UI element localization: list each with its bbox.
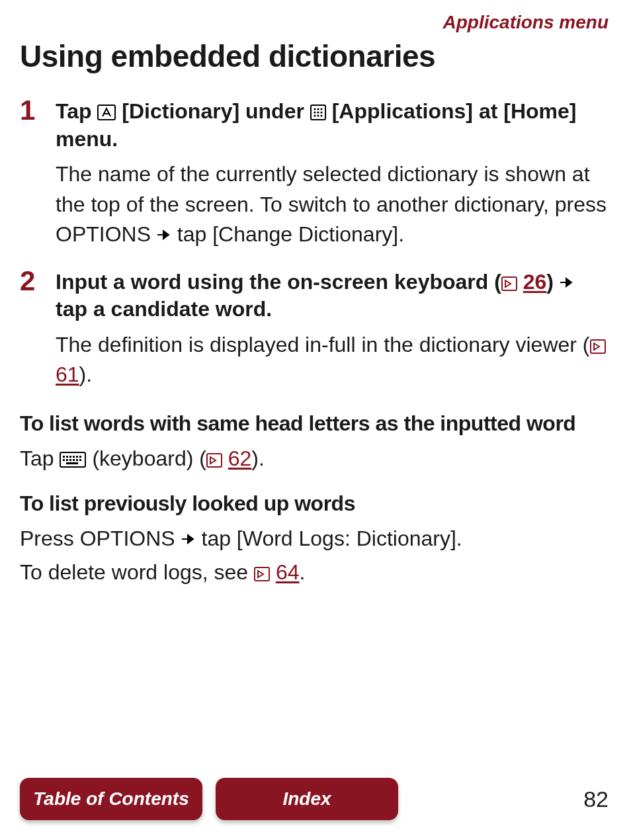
svg-rect-24	[76, 459, 78, 461]
keyboard-icon	[60, 452, 86, 468]
arrow-right-icon	[157, 229, 171, 241]
svg-rect-22	[69, 459, 71, 461]
svg-point-8	[314, 114, 316, 116]
text: [Dictionary] under	[116, 99, 310, 123]
svg-rect-18	[76, 456, 78, 458]
step-1-body: The name of the currently selected dicti…	[56, 159, 611, 249]
text: The definition is displayed in-full in t…	[56, 333, 590, 357]
page-ref-icon	[254, 567, 270, 581]
step-2-heading: Input a word using the on-screen keyboar…	[56, 269, 611, 323]
svg-rect-21	[66, 459, 68, 461]
svg-point-5	[314, 111, 316, 113]
manual-page: Applications menu Using embedded diction…	[0, 0, 631, 840]
page-ref-26-link[interactable]: 26	[523, 270, 547, 294]
dictionary-icon	[97, 105, 116, 120]
step-1: 1 Tap [Dictionary] under [Applications] …	[20, 98, 611, 262]
sub2-line2: To delete word logs, see 64.	[20, 558, 611, 587]
applications-icon	[310, 105, 326, 120]
svg-rect-15	[66, 456, 68, 458]
svg-rect-28	[255, 567, 269, 581]
svg-point-2	[314, 108, 316, 110]
step-1-heading: Tap [Dictionary] under [Applications] at…	[56, 98, 611, 153]
arrow-right-icon	[560, 276, 574, 288]
svg-point-9	[317, 114, 319, 116]
sub1-body: Tap (keyboard) ( 62).	[20, 444, 611, 474]
text: Input a word using the on-screen keyboar…	[56, 270, 501, 294]
page-title: Using embedded dictionaries	[20, 38, 611, 74]
step-2: 2 Input a word using the on-screen keybo…	[20, 269, 611, 402]
svg-rect-20	[63, 459, 65, 461]
text: To delete word logs, see	[20, 560, 254, 584]
index-button[interactable]: Index	[216, 778, 398, 820]
text: (keyboard) (	[86, 446, 206, 470]
svg-rect-19	[79, 456, 81, 458]
svg-point-10	[320, 114, 322, 116]
step-2-body: The definition is displayed in-full in t…	[56, 330, 611, 390]
svg-rect-16	[69, 456, 71, 458]
page-ref-icon	[206, 453, 222, 468]
text: ).	[79, 362, 93, 386]
text: .	[299, 560, 305, 584]
svg-rect-11	[502, 277, 517, 290]
text: )	[546, 270, 560, 294]
svg-point-3	[317, 108, 319, 110]
text: Tap	[20, 446, 60, 470]
svg-point-7	[320, 111, 322, 113]
text: tap [Word Logs: Dictionary].	[196, 526, 462, 550]
toc-button[interactable]: Table of Contents	[20, 778, 202, 820]
subheading-history: To list previously looked up words	[20, 490, 611, 517]
step-number: 1	[20, 97, 56, 124]
svg-rect-17	[73, 456, 75, 458]
arrow-right-icon	[181, 533, 196, 545]
breadcrumb: Applications menu	[20, 12, 609, 33]
text: ).	[251, 446, 265, 470]
page-ref-icon	[501, 276, 517, 291]
sub2-line1: Press OPTIONS tap [Word Logs: Dictionary…	[20, 524, 611, 554]
text: Press OPTIONS	[20, 526, 181, 550]
text: Tap	[56, 99, 97, 123]
svg-point-4	[320, 108, 322, 110]
svg-rect-25	[79, 459, 81, 461]
svg-rect-23	[73, 459, 75, 461]
page-number: 82	[583, 786, 611, 812]
subheading-same-letters: To list words with same head letters as …	[20, 410, 611, 437]
svg-rect-27	[207, 454, 222, 467]
page-ref-icon	[590, 339, 606, 354]
svg-point-6	[317, 111, 319, 113]
page-ref-61-link[interactable]: 61	[56, 362, 79, 386]
svg-rect-14	[63, 456, 65, 458]
text: tap a candidate word.	[56, 297, 272, 321]
svg-rect-26	[66, 462, 78, 464]
page-ref-64-link[interactable]: 64	[276, 560, 300, 584]
step-number: 2	[20, 267, 56, 295]
page-ref-62-link[interactable]: 62	[228, 446, 252, 470]
page-footer: Table of Contents Index 82	[20, 778, 611, 820]
svg-rect-12	[591, 340, 605, 353]
text: tap [Change Dictionary].	[171, 222, 404, 246]
